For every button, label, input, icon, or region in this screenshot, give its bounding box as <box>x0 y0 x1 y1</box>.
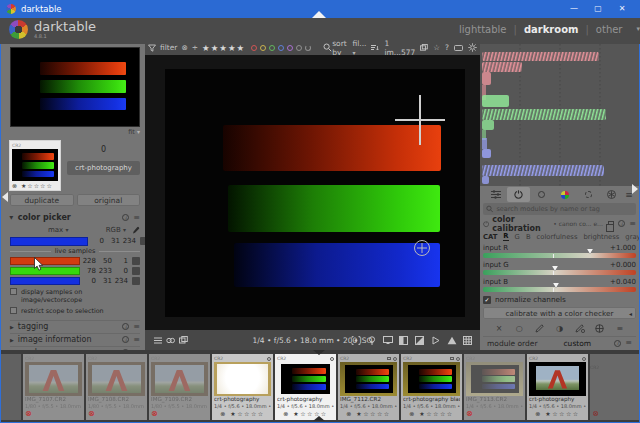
slider-track[interactable] <box>483 253 636 258</box>
module-header[interactable]: color calibration • canon co... enhanced… <box>483 217 636 230</box>
slider-handle[interactable] <box>587 249 593 254</box>
tab-b[interactable]: B <box>526 233 531 241</box>
reset-icon[interactable]: i <box>618 220 625 227</box>
presets-menu-icon[interactable] <box>151 334 164 346</box>
filter-stars[interactable]: ★★★★★ <box>202 43 245 53</box>
color-label-2[interactable] <box>269 45 275 51</box>
blend-off-icon[interactable]: × <box>489 324 509 333</box>
views-caret-icon[interactable]: ▾ <box>636 25 640 33</box>
star-rating[interactable]: ⊗ ★☆☆☆☆ <box>340 409 397 418</box>
picker-sample[interactable]: 031234 <box>10 237 145 246</box>
navigation-preview[interactable] <box>10 47 140 127</box>
calibrate-button[interactable]: calibrate with a color checker ◂ <box>483 307 636 319</box>
color-assessment-icon[interactable] <box>397 334 410 346</box>
filmstrip-thumbnail-partial[interactable]: CR2⊗ <box>590 354 639 420</box>
sort-value-dropdown[interactable]: fil... ▾ <box>352 39 366 57</box>
sample-color-swatch[interactable] <box>10 267 80 275</box>
right-panel-collapse-arrow[interactable] <box>632 184 638 194</box>
checkbox-unchecked[interactable] <box>10 288 17 295</box>
color-group-icon[interactable] <box>554 187 577 202</box>
view-tab-lighttable[interactable]: lighttable <box>459 24 507 35</box>
waveform-histogram[interactable] <box>480 44 639 186</box>
star-rating[interactable]: ⊗ ★☆☆☆☆ <box>12 181 58 189</box>
color-label-0[interactable] <box>251 45 257 51</box>
left-panel-collapse-arrow[interactable] <box>2 192 8 202</box>
section-tagging[interactable]: ▶taggingi≡ <box>10 320 140 333</box>
snapshots-icon[interactable] <box>164 334 177 346</box>
filmstrip-thumbnail[interactable]: CR2IMG_7109.CR21/80 • f/5.5 • 18.0mm • 8… <box>149 354 210 420</box>
normalize-channels-row[interactable]: ✓ normalize channels <box>483 294 636 305</box>
picker-mode-dropdown[interactable]: max ▾ <box>48 226 69 234</box>
presets-menu-icon[interactable]: ≡ <box>133 214 140 222</box>
duplicate-name-field[interactable]: crt-photography <box>67 161 140 175</box>
presets-menu-icon[interactable]: ≡ <box>133 323 140 331</box>
star-rating[interactable]: ⊗ ★☆☆☆☆ <box>214 409 271 418</box>
slider-track[interactable] <box>483 270 636 275</box>
tab-cat[interactable]: CAT <box>483 233 497 241</box>
eyedropper-icon[interactable] <box>131 226 140 235</box>
delete-sample-button[interactable] <box>132 277 140 285</box>
color-label-3[interactable] <box>278 45 284 51</box>
parametric-mask-icon[interactable]: ◑ <box>549 324 569 333</box>
checkbox-checked-icon[interactable]: ✓ <box>483 296 491 304</box>
multi-instance-icon[interactable] <box>608 221 614 227</box>
sort-order-icon[interactable] <box>371 44 379 52</box>
checkbox-unchecked[interactable] <box>10 307 17 314</box>
view-tab-other[interactable]: other <box>596 24 623 35</box>
minimize-button[interactable]: — <box>562 0 586 18</box>
focus-peaking-icon[interactable] <box>349 334 362 346</box>
module-search[interactable] <box>483 203 636 215</box>
tab-r[interactable]: R <box>503 232 508 241</box>
delete-sample-button[interactable] <box>132 267 140 275</box>
duplicate-button[interactable]: duplicate <box>10 194 74 206</box>
base-group-icon[interactable] <box>530 187 553 202</box>
info-icon[interactable]: i <box>122 323 129 330</box>
preferences-gear-icon[interactable] <box>468 43 477 52</box>
raw-overexposed-icon[interactable] <box>413 334 426 346</box>
raster-mask-icon[interactable] <box>590 324 610 333</box>
color-label-5[interactable] <box>296 45 302 51</box>
correct-group-icon[interactable] <box>577 187 600 202</box>
iso12646-assessment-icon[interactable] <box>365 334 378 346</box>
color-label-1[interactable] <box>260 45 266 51</box>
power-group-icon[interactable] <box>507 187 530 202</box>
second-window-icon[interactable] <box>381 334 394 346</box>
info-icon[interactable]: i <box>614 340 621 347</box>
effect-group-icon[interactable] <box>600 187 623 202</box>
blend-menu-icon[interactable]: ≡ <box>610 324 630 333</box>
blend-uniform-icon[interactable]: ○ <box>509 324 529 333</box>
live-sample-row[interactable]: 782330 <box>10 266 140 275</box>
slider-input-g[interactable]: input G+0.000 <box>483 260 636 277</box>
filmstrip-thumbnail[interactable]: CR2crt-photography1/4 • f/5.6 • 18.0mm •… <box>275 354 336 420</box>
top-panel-expander[interactable] <box>312 11 326 18</box>
filter-reject-icon[interactable]: ⊗ <box>181 43 187 52</box>
filmstrip-thumbnail[interactable]: CR2IMG_7107.CR21/80 • f/5.5 • 18.0mm • 8… <box>23 354 84 420</box>
filmstrip-thumbnail[interactable]: CR2crt-photography black1/4 • f/5.6 • 18… <box>401 354 462 420</box>
filmstrip-thumbnail[interactable]: CR2crt-photography1/4 • f/5.6 • 18.0mm •… <box>212 354 273 420</box>
filter-range-icon[interactable]: ÷ <box>192 43 198 52</box>
star-rating[interactable]: ⊗ ★☆☆☆☆ <box>403 409 460 418</box>
info-icon[interactable]: i <box>122 336 129 343</box>
sample-color-swatch[interactable] <box>10 277 80 285</box>
bottom-panel-expander[interactable] <box>313 416 325 421</box>
live-sample-row[interactable]: 031234 <box>10 276 140 285</box>
overexposed-warning-icon[interactable] <box>445 334 458 346</box>
active-modules-group-icon[interactable] <box>484 187 507 202</box>
tab-brightness[interactable]: brightness <box>583 233 619 241</box>
star-rating[interactable]: ⊗ ★☆☆☆☆ <box>277 409 334 418</box>
module-order-value[interactable]: custom <box>564 339 580 348</box>
filmstrip-thumbnail[interactable]: CR2IMG_7108.CR21/80 • f/5.5 • 18.0mm • 8… <box>86 354 147 420</box>
tab-gray[interactable]: gray <box>625 233 639 241</box>
drawn-mask-icon[interactable] <box>529 324 549 333</box>
help-icon[interactable]: ? <box>445 43 449 52</box>
presets-menu-icon[interactable]: ≡ <box>625 339 632 347</box>
slider-input-b[interactable]: input B+0.040 <box>483 277 636 294</box>
maximize-button[interactable]: ▢ <box>586 0 610 18</box>
search-icon[interactable] <box>323 43 332 52</box>
filmstrip-thumbnail-partial[interactable] <box>1 354 21 420</box>
slider-track[interactable] <box>483 287 636 292</box>
filter-funnel-icon[interactable] <box>148 44 156 52</box>
module-search-input[interactable] <box>496 205 633 213</box>
close-button[interactable]: ✕ <box>610 0 634 18</box>
shortcuts-icon[interactable] <box>454 45 463 51</box>
